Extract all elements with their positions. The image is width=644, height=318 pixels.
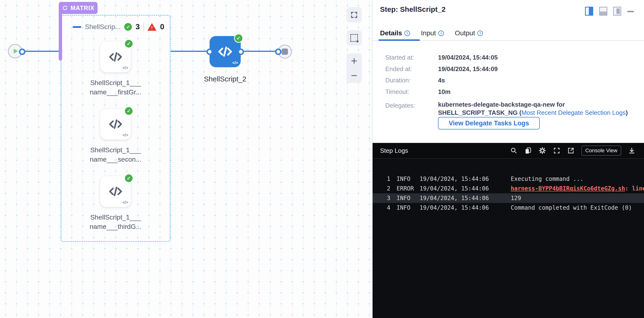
- split-bottom-icon: [600, 12, 606, 15]
- duration-value: 4s: [438, 77, 445, 84]
- info-icon[interactable]: i: [404, 31, 410, 36]
- delegate-selection-logs-link[interactable]: Most Recent Delegate Selection Logs: [522, 109, 626, 116]
- copy-icon[interactable]: [524, 147, 532, 154]
- exclamation-glyph: !: [151, 26, 153, 30]
- divider: [144, 23, 144, 31]
- log-row-2: 2 ERROR 19/04/2024, 15:44:06 harness-BYP…: [372, 184, 644, 193]
- matrix-badge-label: MATRIX: [70, 5, 94, 12]
- layout-floating-panel-button[interactable]: [613, 7, 621, 16]
- connection-dot: [275, 49, 282, 55]
- matrix-node-3[interactable]: </> ✓: [100, 176, 131, 207]
- open-in-new-icon[interactable]: [567, 147, 574, 154]
- log-row-1: 1 INFO 19/04/2024, 15:44:06 Executing co…: [372, 174, 644, 184]
- timeout-label: Timeout:: [385, 88, 409, 96]
- code-glyph: </>: [122, 200, 128, 205]
- connection-dot: [206, 49, 213, 55]
- info-icon[interactable]: i: [438, 31, 444, 36]
- check-glyph: ✓: [237, 35, 241, 41]
- duration-label: Duration:: [385, 77, 411, 84]
- matrix-node-2[interactable]: </> ✓: [100, 109, 131, 140]
- tab-input[interactable]: Input i: [421, 29, 444, 37]
- success-badge: ✓: [124, 106, 133, 115]
- check-glyph: ✓: [127, 175, 131, 181]
- check-glyph: ✓: [126, 24, 130, 30]
- active-tab-underline: [378, 39, 420, 41]
- download-icon[interactable]: [628, 147, 635, 154]
- delegates-label: Delegates:: [385, 102, 415, 109]
- tab-label: Output: [455, 29, 475, 37]
- shell-script-icon: [108, 116, 124, 132]
- console-view-button[interactable]: Console View: [582, 145, 621, 156]
- tab-label: Input: [421, 29, 436, 37]
- zoom-in-button[interactable]: +: [351, 55, 358, 66]
- log-timestamp: 19/04/2024, 15:44:06: [420, 204, 511, 211]
- step-logs-header: Step Logs: [372, 143, 644, 159]
- step-logs-toolbar: Console View: [510, 145, 635, 156]
- delegate-task-name: SHELL_SCRIPT_TASK_NG (: [438, 109, 522, 116]
- minimize-panel-button[interactable]: [627, 11, 634, 12]
- tab-output[interactable]: Output i: [455, 29, 483, 37]
- fullscreen-icon: [350, 11, 358, 19]
- label-line: name___secon...: [80, 155, 152, 164]
- timeout-value: 10m: [438, 88, 450, 96]
- step-node-shellscript-2[interactable]: </> ✓: [210, 36, 241, 67]
- tab-label: Details: [380, 29, 402, 37]
- matrix-badge[interactable]: MATRIX: [59, 2, 98, 14]
- fullscreen-icon[interactable]: [553, 147, 560, 154]
- log-timestamp: 19/04/2024, 15:44:06: [420, 185, 511, 192]
- tab-details[interactable]: Details i: [380, 29, 410, 37]
- pipeline-canvas[interactable]: MATRIX ShellScrip... ✓ 3 ! 0 </>: [0, 0, 372, 318]
- log-message: Executing command ...: [511, 176, 644, 182]
- shell-script-icon: [108, 49, 124, 65]
- check-glyph: ✓: [127, 108, 131, 114]
- matrix-node-3-label: ShellScript_1___ name___thirdG...: [80, 213, 152, 231]
- matrix-group-title: ShellScrip...: [85, 23, 120, 31]
- floating-panel-icon: [616, 9, 620, 14]
- matrix-node-1[interactable]: </> ✓: [100, 41, 131, 73]
- log-message: Command completed with ExitCode (0): [511, 204, 644, 211]
- matrix-node-1-label: ShellScript_1___ name___firstGr...: [80, 78, 152, 97]
- loop-icon: [62, 5, 68, 11]
- layout-split-right-button[interactable]: [585, 7, 593, 16]
- label-line: ShellScript_1___: [80, 145, 152, 155]
- success-count-icon: ✓: [124, 23, 132, 31]
- play-icon: [12, 48, 18, 54]
- settings-gear-icon[interactable]: [538, 147, 546, 154]
- code-glyph: </>: [232, 61, 238, 65]
- failure-count-icon: !: [148, 23, 156, 31]
- matrix-node-2-label: ShellScript_1___ name___secon...: [80, 145, 152, 164]
- panel-title: Step: ShellScript_2: [380, 5, 446, 14]
- delegates-value: kubernetes-delegate-backstage-qa-new for…: [438, 100, 642, 117]
- log-message: harness-BYPP4bBIRqisKCo6dteGZg.sh: line: [511, 185, 644, 192]
- view-delegate-tasks-logs-button[interactable]: View Delegate Tasks Logs: [438, 117, 540, 129]
- selection-mode-button[interactable]: [346, 30, 362, 46]
- label-line: ShellScript_1___: [80, 213, 152, 222]
- started-at-label: Started at:: [385, 54, 414, 61]
- log-line-number: 4: [372, 204, 390, 211]
- step-logs-title: Step Logs: [380, 147, 408, 154]
- success-count: 3: [136, 23, 140, 31]
- matrix-accent-bar: [59, 10, 62, 61]
- details-tabs: Details i Input i Output i: [380, 26, 483, 40]
- search-icon[interactable]: [510, 147, 518, 154]
- check-glyph: ✓: [127, 41, 131, 47]
- edge-step-to-end: [241, 51, 278, 52]
- stop-icon: [282, 49, 288, 55]
- connection-dot: [238, 49, 244, 55]
- zoom-controls: + −: [346, 53, 362, 83]
- log-level: ERROR: [396, 185, 420, 192]
- split-right-icon: [589, 8, 592, 15]
- log-row-3-highlighted: 3 INFO 19/04/2024, 15:44:06 129: [372, 193, 644, 203]
- layout-split-bottom-button[interactable]: [599, 7, 607, 16]
- zoom-out-button[interactable]: −: [351, 70, 358, 81]
- step-details-panel: Step: ShellScript_2 Details i Input i Ou…: [372, 0, 644, 318]
- script-file-link[interactable]: harness-BYPP4bBIRqisKCo6dteGZg.sh: [511, 185, 625, 192]
- fit-to-screen-button[interactable]: [346, 7, 362, 23]
- step-node-label: ShellScript_2: [189, 75, 261, 83]
- delegate-name: kubernetes-delegate-backstage-qa-new for: [438, 100, 642, 109]
- info-icon[interactable]: i: [477, 31, 483, 36]
- collapse-matrix-button[interactable]: [73, 26, 81, 28]
- code-glyph: </>: [122, 66, 128, 70]
- pipeline-execution-view: MATRIX ShellScrip... ✓ 3 ! 0 </>: [0, 0, 644, 318]
- code-glyph: </>: [122, 133, 128, 138]
